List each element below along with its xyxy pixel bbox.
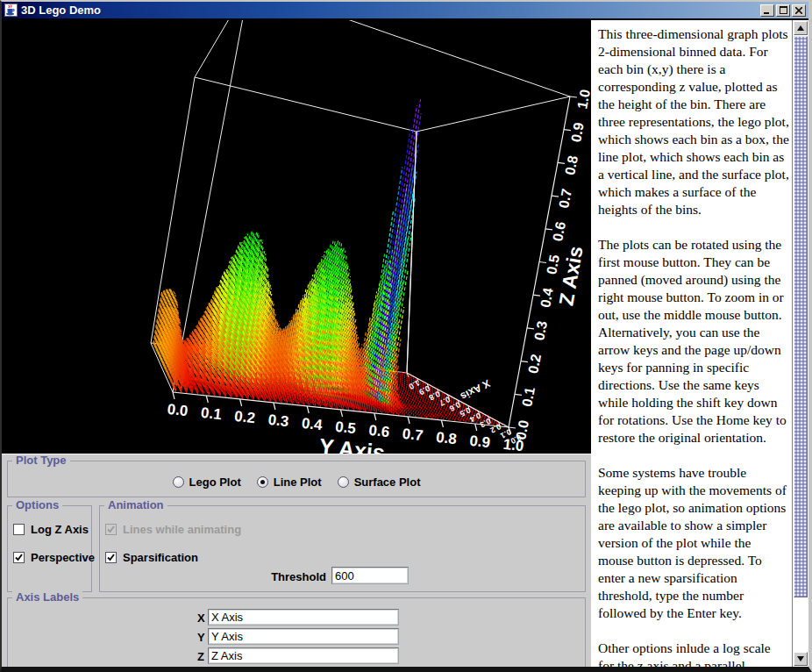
svg-text:0.3: 0.3 [267,411,289,430]
svg-text:0.5: 0.5 [334,418,356,437]
z-axis: 0.00.10.20.30.40.50.60.70.80.91.0Z Axis [509,89,591,441]
checkbox-box [13,524,25,535]
radio-label: Line Plot [274,475,322,489]
plot-3d-display[interactable]: 0.00.10.20.30.40.50.60.70.80.91.0Y Axis0… [2,20,591,454]
svg-text:0.7: 0.7 [402,425,424,444]
scroll-down-button[interactable] [794,652,808,666]
radio-circle [257,476,268,488]
help-paragraph: Other options inlude a log scale for the… [598,640,789,667]
svg-text:0.6: 0.6 [550,220,568,242]
svg-text:0.4: 0.4 [538,287,556,309]
radio-line-plot[interactable]: Line Plot [257,475,322,489]
axis-field-label-y: Y [197,631,205,644]
checkbox-sparsification[interactable]: Sparsification [105,551,198,564]
help-panel: This three-dimensional graph plots 2-dim… [591,20,808,667]
radio-surface-plot[interactable]: Surface Plot [338,475,421,489]
arrow-up-icon [797,25,804,31]
x-axis: 0.00.10.20.30.40.50.60.70.80.91.0X Axis [407,373,523,446]
svg-text:0.2: 0.2 [525,353,544,375]
axis-field-label-x: X [197,611,205,625]
radio-circle [338,476,349,488]
svg-text:0.0: 0.0 [167,401,189,419]
svg-text:0.4: 0.4 [301,415,324,433]
axis-input-z[interactable] [208,647,399,664]
checkbox-box [105,552,117,563]
vertical-scrollbar[interactable] [792,20,808,667]
window-title: 3D Lego Demo [21,2,760,18]
axis-labels-group: Axis Labels XYZ [7,597,586,668]
plot-type-group: Plot Type Lego PlotLine PlotSurface Plot [7,461,586,497]
maximize-button[interactable] [776,4,790,17]
svg-text:0.2: 0.2 [233,408,255,426]
plot-type-group-title: Plot Type [12,454,70,467]
radio-lego-plot[interactable]: Lego Plot [173,475,241,489]
help-text: This three-dimensional graph plots 2-dim… [591,20,792,667]
threshold-input[interactable] [331,567,409,584]
svg-text:0.1: 0.1 [200,404,222,423]
checkbox-log-z-axis[interactable]: Log Z Axis [13,523,89,536]
svg-text:0.8: 0.8 [562,154,581,176]
java-coffee-cup-icon [4,4,18,17]
axis-input-x[interactable] [208,609,399,626]
svg-text:0.9: 0.9 [568,121,587,143]
plot-3d-svg: 0.00.10.20.30.40.50.60.70.80.91.0Y Axis0… [2,20,591,454]
threshold-label: Threshold [271,570,326,583]
radio-circle [173,476,184,488]
checkbox-box [13,552,25,563]
options-group: Options Log Z AxisPerspective [7,505,92,592]
close-button[interactable] [792,4,806,17]
minimize-button[interactable] [760,4,774,17]
checkbox-label: Log Z Axis [31,523,89,536]
checkbox-box [105,524,117,535]
app-window: 3D Lego Demo 0.00.10.20.30.40.50.60.70.8… [0,0,812,672]
svg-text:1.0: 1.0 [574,89,591,111]
plot-type-radio-row: Lego PlotLine PlotSurface Plot [8,475,585,489]
svg-text:0.6: 0.6 [368,422,390,440]
help-paragraph: The plots can be rotated using the first… [598,236,789,447]
svg-text:0.1: 0.1 [519,386,538,408]
svg-text:0.7: 0.7 [556,188,574,210]
z-axis-title: Z Axis [554,245,587,308]
checkbox-label: Sparsification [123,551,198,564]
svg-text:0.9: 0.9 [469,433,491,451]
radio-label: Surface Plot [354,475,421,489]
help-paragraph: This three-dimensional graph plots 2-dim… [598,25,789,218]
x-axis-title: X Axis [459,377,493,404]
radio-label: Lego Plot [189,475,241,489]
data-lines [153,99,505,426]
help-paragraph: Some systems have trouble keeping up wit… [598,464,789,622]
axis-input-y[interactable] [208,628,399,645]
checkbox-label: Perspective [31,551,95,564]
checkbox-lines-while-animating: Lines while animating [105,523,241,536]
checkbox-perspective[interactable]: Perspective [13,551,95,564]
animation-group: Animation Lines while animatingSparsific… [99,505,586,592]
checkbox-label: Lines while animating [123,523,241,536]
svg-text:0.3: 0.3 [531,319,550,341]
arrow-down-icon [797,656,804,661]
scrollbar-thumb[interactable] [794,36,808,597]
scroll-up-button[interactable] [794,21,808,35]
control-panel: Plot Type Lego PlotLine PlotSurface Plot… [2,454,591,667]
title-bar[interactable]: 3D Lego Demo [2,2,808,18]
axis-field-label-z: Z [197,650,204,663]
svg-text:0.8: 0.8 [435,429,457,447]
